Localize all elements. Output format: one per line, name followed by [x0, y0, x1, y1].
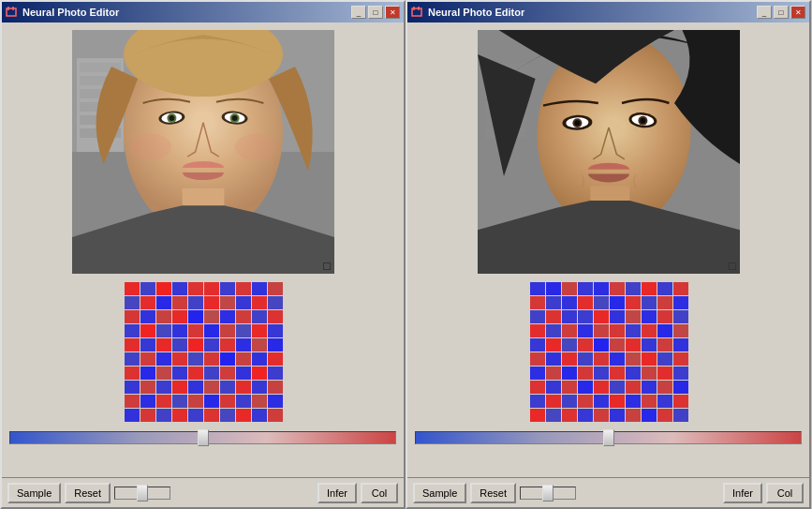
editor-window-2: Neural Photo Editor _ □ ✕ Sample Reset: [406, 0, 811, 509]
title-bar-left-2: Neural Photo Editor: [411, 6, 524, 19]
gradient-slider-1[interactable]: [9, 431, 396, 444]
minimize-btn-2[interactable]: _: [757, 6, 772, 19]
face-canvas-1: [72, 30, 334, 274]
grid-area-1: [124, 281, 283, 422]
grid-canvas-1: [124, 281, 283, 422]
grid-canvas-2: [529, 281, 688, 422]
face-canvas-2: [478, 30, 740, 274]
title-bar-left-1: Neural Photo Editor: [6, 6, 119, 19]
window-body-1: [2, 22, 404, 477]
title-buttons-2: _ □ ✕: [757, 6, 805, 19]
small-thumb-1[interactable]: [137, 485, 148, 502]
face-marker-1: [323, 262, 331, 270]
bottom-bar-2: Sample Reset Infer Col: [407, 477, 809, 507]
gradient-slider-container-1: [9, 429, 396, 446]
window-body-2: [407, 22, 809, 477]
infer-button-1[interactable]: Infer: [317, 483, 357, 503]
app-icon-1: [6, 6, 19, 19]
sample-button-1[interactable]: Sample: [7, 483, 61, 503]
reset-button-2[interactable]: Reset: [470, 483, 516, 503]
title-bar-1: Neural Photo Editor _ □ ✕: [2, 2, 404, 22]
close-btn-2[interactable]: ✕: [790, 6, 805, 19]
maximize-btn-2[interactable]: □: [774, 6, 789, 19]
infer-button-2[interactable]: Infer: [723, 483, 762, 503]
small-slider-1[interactable]: [114, 487, 170, 500]
maximize-btn-1[interactable]: □: [368, 6, 383, 19]
grid-area-2: [529, 281, 688, 422]
bottom-bar-1: Sample Reset Infer Col: [2, 477, 404, 507]
minimize-btn-1[interactable]: _: [351, 6, 366, 19]
gradient-slider-container-2: [415, 429, 802, 446]
editor-window-1: Neural Photo Editor _ □ ✕ Sample Reset: [0, 0, 406, 509]
close-btn-1[interactable]: ✕: [385, 6, 400, 19]
title-bar-2: Neural Photo Editor _ □ ✕: [407, 2, 809, 22]
small-thumb-2[interactable]: [542, 485, 554, 502]
title-buttons-1: _ □ ✕: [351, 6, 400, 19]
col-button-2[interactable]: Col: [766, 483, 804, 503]
gradient-slider-2[interactable]: [415, 431, 802, 444]
reset-button-1[interactable]: Reset: [65, 483, 111, 503]
sample-button-2[interactable]: Sample: [413, 483, 466, 503]
photo-area-1: [72, 30, 334, 274]
photo-area-2: [478, 30, 740, 274]
face-marker-2: [729, 262, 736, 270]
small-slider-2[interactable]: [520, 487, 576, 500]
col-button-1[interactable]: Col: [361, 483, 398, 503]
app-icon-2: [411, 6, 424, 19]
title-text-1: Neural Photo Editor: [22, 7, 119, 18]
gradient-thumb-1[interactable]: [198, 429, 209, 446]
title-text-2: Neural Photo Editor: [428, 7, 524, 18]
gradient-thumb-2[interactable]: [603, 429, 614, 446]
